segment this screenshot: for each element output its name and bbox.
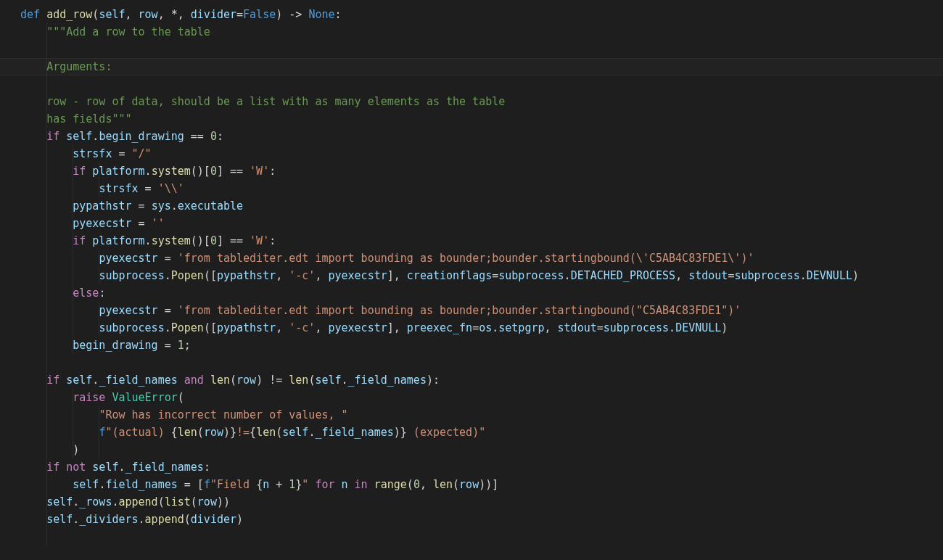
code-block[interactable]: def add_row(self, row, *, divider=False)… — [20, 6, 859, 528]
keyword-def: def — [20, 8, 40, 21]
docstring-line: has fields""" — [46, 112, 131, 125]
docstring-line: row - row of data, should be a list with… — [46, 95, 505, 108]
function-name: add_row — [46, 8, 92, 21]
docstring-line: """Add a row to the table — [46, 25, 210, 38]
code-editor[interactable]: def add_row(self, row, *, divider=False)… — [0, 0, 943, 560]
docstring-line: Arguments: — [46, 60, 112, 73]
